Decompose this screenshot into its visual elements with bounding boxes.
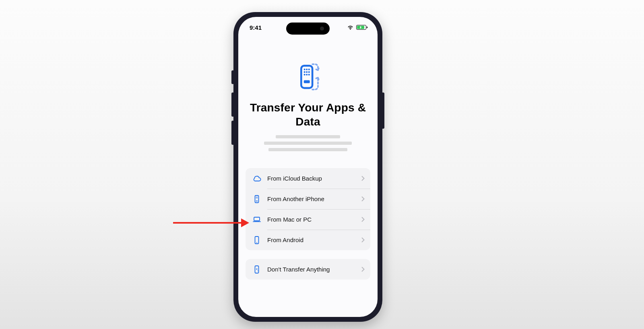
svg-rect-2 [306, 69, 308, 70]
smartphone-icon [251, 234, 262, 246]
chevron-right-icon [361, 196, 365, 202]
option-from-mac-or-pc[interactable]: From Mac or PC [246, 209, 370, 230]
page-title: Transfer Your Apps & Data [246, 101, 370, 129]
svg-rect-7 [304, 74, 305, 76]
option-label: From iCloud Backup [267, 175, 361, 182]
battery-icon [356, 25, 366, 30]
charging-icon [359, 26, 362, 29]
option-from-another-iphone[interactable]: From Another iPhone [246, 189, 370, 209]
svg-rect-9 [308, 74, 310, 76]
subtitle-placeholder [246, 135, 370, 151]
status-time: 9:41 [250, 24, 262, 31]
svg-point-19 [256, 242, 257, 243]
chevron-right-icon [361, 267, 365, 272]
phone-sparkle-icon [251, 264, 262, 275]
svg-rect-10 [304, 80, 310, 83]
chevron-right-icon [361, 237, 365, 243]
svg-rect-3 [308, 69, 310, 70]
status-bar: 9:41 [238, 17, 378, 38]
chevron-right-icon [361, 217, 365, 222]
option-from-icloud-backup[interactable]: From iCloud Backup [246, 168, 370, 189]
svg-rect-17 [254, 217, 260, 221]
svg-rect-8 [306, 74, 308, 76]
chevron-right-icon [361, 176, 365, 181]
svg-rect-16 [256, 200, 258, 201]
option-dont-transfer-anything[interactable]: Don't Transfer Anything [246, 259, 370, 280]
svg-rect-6 [308, 71, 310, 73]
iphone-device-frame: 9:41 [233, 12, 382, 322]
option-label: From Mac or PC [267, 216, 361, 223]
transfer-hero-icon [246, 61, 370, 93]
cloud-icon [251, 173, 262, 184]
transfer-options-list: From iCloud Backup [246, 168, 370, 250]
wifi-icon [347, 25, 354, 30]
skip-option-list: Don't Transfer Anything [246, 259, 370, 280]
svg-rect-13 [257, 197, 258, 197]
svg-rect-15 [257, 197, 258, 198]
option-label: From Another iPhone [267, 195, 361, 202]
laptop-icon [251, 214, 262, 225]
svg-rect-5 [306, 71, 308, 73]
option-label: From Android [267, 236, 361, 243]
svg-rect-12 [256, 197, 257, 197]
svg-rect-1 [304, 69, 305, 70]
svg-rect-4 [304, 71, 305, 73]
svg-rect-11 [255, 195, 259, 203]
svg-rect-14 [256, 197, 257, 198]
option-from-android[interactable]: From Android [246, 230, 370, 250]
iphone-icon [251, 193, 262, 205]
annotation-arrow [173, 218, 249, 227]
option-label: Don't Transfer Anything [267, 266, 361, 273]
phone-screen: 9:41 [238, 17, 378, 317]
